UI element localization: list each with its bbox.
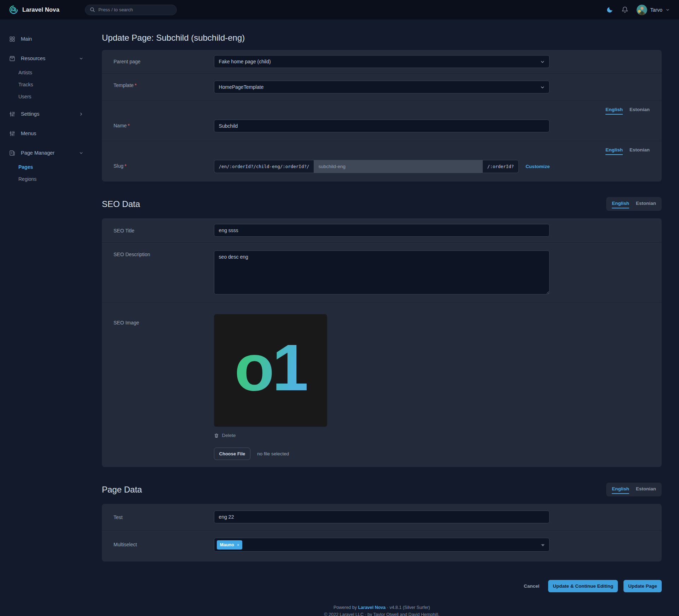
theme-moon-icon[interactable] [606, 6, 613, 13]
chevron-down-icon [666, 8, 670, 12]
topbar: Laravel Nova [0, 0, 679, 19]
seo-description-row: SEO Description seo desc eng [102, 242, 662, 302]
seo-section-header: SEO Data English Estonian [102, 197, 662, 211]
no-file-selected-text: no file selected [257, 451, 289, 456]
seo-title-label: SEO Title [114, 228, 134, 234]
slug-label: Slug* [114, 163, 126, 169]
chevron-down-icon [79, 151, 83, 155]
nova-logo-icon [9, 5, 18, 15]
form-row-slug: English Estonian Slug* /en/:orderId?/chi… [102, 141, 662, 182]
page-title: Update Page: Subchild (subchild-eng) [102, 33, 662, 43]
tab-estonian[interactable]: Estonian [636, 201, 656, 208]
footer-copyright: © 2022 Laravel LLC · by Taylor Otwell an… [102, 612, 662, 616]
brand[interactable]: Laravel Nova [9, 5, 59, 15]
name-input[interactable] [214, 120, 550, 132]
seo-image-row: SEO Image o1 Delete [102, 302, 662, 467]
template-select[interactable]: HomePageTemplate [214, 81, 550, 93]
seo-language-tabs: English Estonian [606, 197, 662, 211]
sidebar-item-label: Settings [21, 111, 39, 117]
parent-page-select[interactable]: Fake home page (child) [214, 55, 550, 68]
seo-image-preview: o1 [214, 314, 327, 427]
tag-remove-icon[interactable]: × [237, 543, 239, 547]
search-bar[interactable] [85, 5, 177, 15]
form-row-parent-page: Parent page Fake home page (child) [102, 50, 662, 73]
sidebar-item-artists[interactable]: Artists [0, 67, 92, 79]
multiselect-input[interactable]: Mauno × [214, 538, 550, 552]
test-input[interactable] [214, 511, 550, 523]
tab-estonian[interactable]: Estonian [636, 486, 656, 494]
tab-estonian[interactable]: Estonian [629, 147, 650, 155]
sidebar-item-regions[interactable]: Regions [0, 173, 92, 185]
seo-title-input[interactable] [214, 224, 550, 237]
sidebar-item-settings[interactable]: Settings [0, 106, 92, 122]
search-icon [90, 7, 95, 12]
seo-description-textarea[interactable]: seo desc eng [214, 251, 550, 294]
sidebar-item-label: Resources [21, 56, 45, 61]
slug-language-tabs: English Estonian [102, 141, 662, 156]
slug-field: /en/:orderId?/child-eng/:orderId?/ subch… [214, 160, 519, 173]
template-value: HomePageTemplate [219, 84, 264, 90]
sidebar-item-resources[interactable]: Resources [0, 50, 92, 67]
sidebar-item-main[interactable]: Main [0, 31, 92, 47]
multiselect-label: Multiselect [114, 542, 137, 547]
seo-description-label: SEO Description [114, 252, 150, 257]
test-row: Test [102, 504, 662, 530]
cancel-button[interactable]: Cancel [524, 583, 539, 589]
dropdown-caret-icon [541, 544, 545, 546]
sidebar-item-users[interactable]: Users [0, 91, 92, 103]
seo-heading: SEO Data [102, 199, 140, 209]
seo-image-delete-button[interactable]: Delete [214, 433, 550, 438]
multiselect-tag: Mauno × [217, 540, 243, 549]
sliders-icon [9, 130, 16, 137]
sidebar-item-label: Main [21, 36, 32, 42]
tag-label: Mauno [220, 542, 234, 547]
tab-english[interactable]: English [612, 486, 629, 494]
footer-powered-text: Powered by [333, 605, 358, 610]
sidebar: Main Resources Artists Tracks Users [0, 19, 92, 616]
tab-estonian[interactable]: Estonian [629, 107, 650, 115]
slug-customize-link[interactable]: Customize [526, 164, 550, 169]
user-menu[interactable]: Tarvo [637, 5, 670, 15]
update-page-button[interactable]: Update Page [623, 580, 662, 592]
form-actions: Cancel Update & Continue Editing Update … [102, 580, 662, 592]
parent-page-label: Parent page [114, 59, 140, 64]
chevron-down-icon [540, 85, 545, 90]
delete-label: Delete [222, 433, 236, 438]
main-content: Update Page: Subchild (subchild-eng) Par… [92, 19, 679, 616]
multiselect-row: Multiselect Mauno × [102, 530, 662, 562]
footer-version: · v4.8.1 (Silver Surfer) [385, 605, 430, 610]
page-data-panel: Test Multiselect Mauno × [102, 504, 662, 562]
footer-brand-link[interactable]: Laravel Nova [358, 605, 385, 610]
chevron-down-icon [79, 56, 83, 61]
avatar [637, 5, 647, 15]
name-label: Name* [114, 123, 130, 128]
search-input[interactable] [98, 7, 172, 12]
seo-image-label: SEO Image [114, 320, 139, 326]
chevron-right-icon [79, 112, 83, 116]
slug-suffix: /:orderId? [483, 160, 519, 173]
sidebar-item-pages[interactable]: Pages [0, 161, 92, 173]
seo-title-row: SEO Title [102, 218, 662, 242]
name-language-tabs: English Estonian [102, 101, 662, 116]
sidebar-item-page-manager[interactable]: Page Manager [0, 145, 92, 161]
sidebar-item-tracks[interactable]: Tracks [0, 79, 92, 91]
slug-input[interactable]: subchild-eng [314, 160, 482, 173]
slug-prefix: /en/:orderId?/child-eng/:orderId?/ [214, 160, 314, 173]
update-continue-button[interactable]: Update & Continue Editing [548, 580, 618, 592]
notifications-bell-icon[interactable] [621, 6, 628, 13]
footer: Powered by Laravel Nova · v4.8.1 (Silver… [102, 605, 662, 616]
trash-icon [214, 433, 219, 438]
brand-name: Laravel Nova [22, 6, 59, 13]
form-row-name: English Estonian Name* [102, 100, 662, 141]
main-form-panel: Parent page Fake home page (child) Templ… [102, 50, 662, 182]
tab-english[interactable]: English [605, 107, 623, 115]
required-asterisk: * [128, 123, 129, 128]
tab-english[interactable]: English [612, 201, 629, 208]
seo-image-art-text: o1 [234, 335, 307, 401]
parent-page-value: Fake home page (child) [219, 59, 271, 64]
sidebar-item-menus[interactable]: Menus [0, 125, 92, 142]
tab-english[interactable]: English [605, 147, 623, 155]
choose-file-button[interactable]: Choose File [214, 448, 251, 460]
sidebar-item-label: Page Manager [21, 150, 54, 156]
template-label: Template* [114, 82, 137, 88]
